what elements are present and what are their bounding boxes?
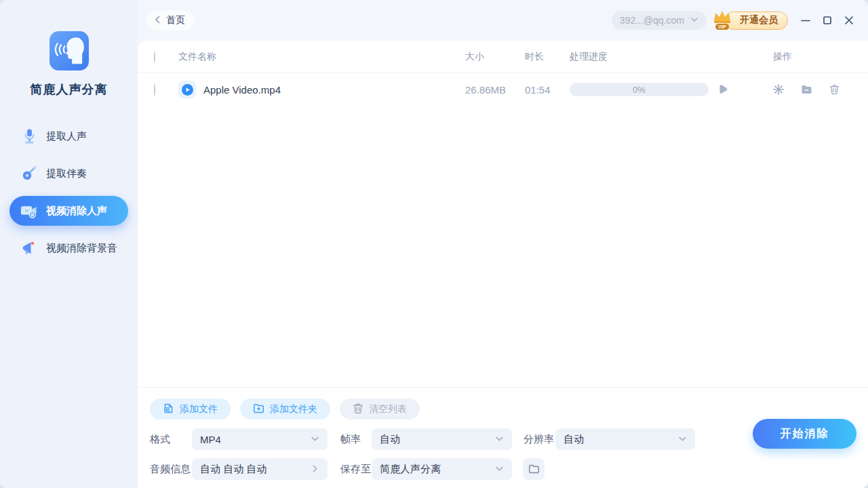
- file-plus-icon: [163, 403, 174, 416]
- add-folder-button[interactable]: 添加文件夹: [240, 399, 330, 420]
- crown-icon: VIP: [711, 7, 734, 32]
- header-file-name: 文件名称: [178, 51, 465, 63]
- chevron-right-icon: [311, 464, 319, 475]
- minimize-icon: [801, 16, 810, 25]
- framerate-select[interactable]: 自动: [372, 428, 512, 450]
- sidebar-nav: 提取人声 提取伴奏: [0, 114, 138, 270]
- account-dropdown[interactable]: 392...@qq.com: [612, 11, 707, 30]
- sidebar-item-video-remove-background[interactable]: 视频消除背景音: [9, 233, 128, 263]
- resolution-value: 自动: [564, 433, 584, 446]
- sidebar-item-label: 视频消除人声: [46, 205, 107, 218]
- folder-plus-icon: [253, 403, 264, 416]
- table-row: Apple Video.mp4 26.86MB 01:54 0%: [138, 73, 868, 106]
- sidebar-item-video-remove-vocals[interactable]: 视频消除人声: [9, 196, 128, 226]
- microphone-icon: [20, 127, 38, 146]
- account-email: 392...@qq.com: [620, 15, 684, 26]
- header-operations: 操作: [773, 51, 852, 63]
- app-logo-icon: [50, 31, 89, 70]
- row-delete-button[interactable]: [829, 84, 840, 95]
- save-to-value: 简鹿人声分离: [380, 463, 441, 476]
- chevron-down-icon: [678, 434, 687, 445]
- file-name: Apple Video.mp4: [203, 84, 281, 96]
- chevron-down-icon: [690, 15, 698, 26]
- save-to-label: 保存至: [340, 463, 372, 476]
- file-size: 26.86MB: [465, 84, 525, 96]
- chevron-down-icon: [495, 434, 504, 445]
- sidebar-item-label: 视频消除背景音: [46, 242, 117, 255]
- chevron-down-icon: [495, 464, 504, 475]
- format-label: 格式: [150, 433, 192, 446]
- format-select[interactable]: MP4: [192, 428, 328, 450]
- folder-icon: [801, 84, 812, 95]
- clear-list-button[interactable]: 清空列表: [340, 399, 420, 420]
- start-removal-button[interactable]: 开始消除: [753, 419, 856, 449]
- table-header: 文件名称 大小 时长 处理进度 操作: [138, 41, 868, 73]
- list-actions: 添加文件 添加文件夹: [150, 399, 868, 420]
- minimize-button[interactable]: [797, 12, 814, 28]
- gear-icon: [773, 84, 784, 95]
- section-divider: [138, 387, 868, 388]
- progress-percent: 0%: [633, 85, 646, 95]
- resolution-select[interactable]: 自动: [555, 428, 695, 450]
- back-chevron-icon: [154, 15, 162, 26]
- guitar-icon: [20, 165, 38, 183]
- sidebar: 简鹿人声分离 提取人声: [0, 0, 138, 488]
- add-file-label: 添加文件: [180, 403, 218, 415]
- framerate-value: 自动: [380, 433, 400, 446]
- sidebar-item-label: 提取人声: [46, 130, 87, 143]
- app-window: 简鹿人声分离 提取人声: [0, 0, 868, 488]
- window-controls: [797, 12, 857, 28]
- megaphone-icon: [20, 239, 38, 258]
- sidebar-item-extract-vocals[interactable]: 提取人声: [9, 121, 128, 151]
- video-file-icon: [178, 81, 196, 98]
- audio-info-value: 自动 自动 自动: [200, 463, 267, 476]
- row-settings-button[interactable]: [773, 84, 784, 95]
- maximize-icon: [823, 16, 832, 25]
- open-save-folder-button[interactable]: [523, 458, 545, 480]
- trash-icon: [353, 403, 363, 416]
- close-button[interactable]: [841, 12, 857, 28]
- resolution-label: 分辨率: [524, 433, 555, 446]
- folder-icon: [528, 464, 540, 474]
- header-duration: 时长: [525, 51, 570, 63]
- header-progress: 处理进度: [570, 51, 773, 63]
- vip-badge-text: VIP: [718, 24, 726, 29]
- add-file-button[interactable]: 添加文件: [150, 399, 231, 420]
- save-to-select[interactable]: 简鹿人声分离: [372, 458, 512, 480]
- audio-info-control[interactable]: 自动 自动 自动: [192, 458, 328, 480]
- sidebar-item-label: 提取伴奏: [46, 167, 87, 180]
- back-home-button[interactable]: 首页: [147, 10, 195, 30]
- back-label: 首页: [166, 14, 185, 26]
- row-checkbox[interactable]: [154, 83, 155, 96]
- vip-label[interactable]: 开通会员: [724, 12, 788, 30]
- row-open-folder-button[interactable]: [801, 84, 812, 95]
- close-icon: [844, 16, 854, 25]
- add-folder-label: 添加文件夹: [270, 403, 317, 415]
- progress-bar: 0%: [570, 83, 709, 96]
- select-all-checkbox[interactable]: [154, 51, 155, 63]
- content-card: 文件名称 大小 时长 处理进度 操作 Apple Video.mp4: [138, 41, 868, 488]
- vip-upgrade-button[interactable]: VIP 开通会员: [724, 12, 788, 30]
- main-area: 首页 392...@qq.com VIP 开通会员: [138, 0, 868, 488]
- file-duration: 01:54: [525, 84, 570, 96]
- chevron-down-icon: [311, 434, 319, 445]
- clear-list-label: 清空列表: [369, 403, 407, 415]
- maximize-button[interactable]: [819, 12, 835, 28]
- format-value: MP4: [200, 434, 221, 445]
- trash-icon: [829, 84, 840, 95]
- video-camera-icon: [20, 202, 38, 220]
- header-size: 大小: [465, 51, 525, 63]
- framerate-label: 帧率: [340, 433, 372, 446]
- play-icon: [717, 83, 728, 96]
- preview-play-button[interactable]: [717, 83, 728, 96]
- topbar: 首页 392...@qq.com VIP 开通会员: [138, 0, 868, 41]
- audio-info-label: 音频信息: [150, 463, 192, 476]
- app-title: 简鹿人声分离: [31, 81, 108, 98]
- sidebar-item-extract-accompaniment[interactable]: 提取伴奏: [9, 159, 128, 188]
